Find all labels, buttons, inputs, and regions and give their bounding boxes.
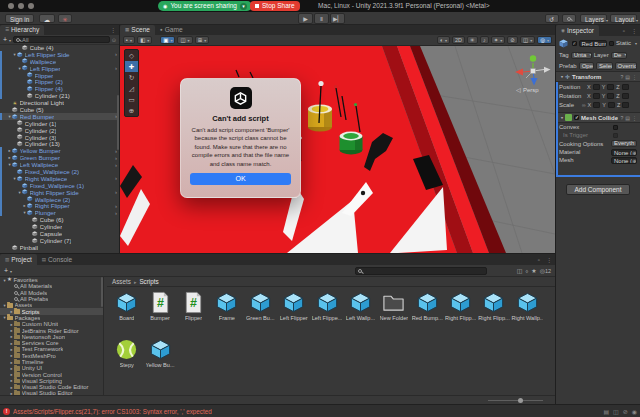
hierarchy-item-cube-6[interactable]: Cube (6)	[0, 216, 119, 223]
help-icon[interactable]: ?	[620, 115, 623, 121]
rotation-z-field[interactable]	[622, 93, 629, 99]
hierarchy-item-cylinder-7[interactable]: Cylinder (7)	[0, 237, 119, 244]
prefab-open-arrow-icon[interactable]: ›	[115, 162, 119, 168]
scale-tool[interactable]: ◿	[125, 83, 138, 94]
hierarchy-item-plunger[interactable]: ▾Plunger›	[0, 209, 119, 216]
rotation-x-field[interactable]	[593, 93, 600, 99]
hierarchy-item-cylinder-21[interactable]: Cylinder (21)	[0, 92, 119, 99]
lock-icon[interactable]: ▫	[535, 255, 543, 265]
prefab-open-arrow-icon[interactable]: ›	[115, 189, 119, 195]
hierarchy-item-left-wallpiece[interactable]: ▾Left Wallpiece›	[0, 161, 119, 168]
camera-settings-dropdown[interactable]: ◫▾	[520, 36, 535, 44]
search-by-label-icon[interactable]: ⬨	[526, 267, 529, 275]
hierarchy-item-cylinder-1[interactable]: Cylinder (1)	[0, 120, 119, 127]
hierarchy-item-flipper[interactable]: Flipper	[0, 72, 119, 79]
convex-checkbox[interactable]	[613, 125, 618, 130]
hierarchy-item-left-flipper[interactable]: ▾Left Flipper›	[0, 65, 119, 72]
breadcrumb-root[interactable]: Assets	[112, 278, 131, 285]
hierarchy-item-cube-4[interactable]: Cube (4)	[0, 44, 119, 51]
hierarchy-search-input[interactable]: All	[13, 36, 110, 43]
hierarchy-item-capsule[interactable]: Capsule	[0, 230, 119, 237]
tab-game[interactable]: ● Game	[155, 25, 188, 35]
tool-handle-rotation-dropdown[interactable]: ◧▾	[137, 36, 152, 44]
scene-audio-toggle[interactable]: ♪	[480, 36, 489, 44]
search-everywhere-icon[interactable]	[562, 14, 576, 23]
hierarchy-item-right-flipper[interactable]: ▸Right Flipper›	[0, 202, 119, 209]
search-by-type-icon[interactable]: ◫	[517, 267, 523, 275]
hierarchy-item-left-flipper-side[interactable]: ▾Left Flipper Side›	[0, 51, 119, 58]
play-button[interactable]: ▶	[298, 13, 313, 24]
gizmos-dropdown[interactable]: ◎▾	[537, 36, 552, 44]
mesh-collider-component-header[interactable]: ▾ ✓ Mesh Collide ?▤⋮	[556, 112, 640, 123]
icon-size-slider[interactable]	[488, 400, 543, 401]
hierarchy-item-cylinder-13[interactable]: Cylinder (13)	[0, 140, 119, 147]
hand-tool[interactable]: ◇	[125, 50, 138, 61]
slider-thumb[interactable]	[518, 398, 523, 403]
kebab-icon[interactable]: ⋮	[632, 74, 637, 80]
lock-icon[interactable]: ▫	[620, 26, 628, 36]
panel-menu-icon[interactable]: ⋮	[628, 26, 640, 36]
shading-mode-dropdown[interactable]: ◐▾	[437, 36, 450, 44]
hierarchy-item-cylinder[interactable]: Cylinder	[0, 223, 119, 230]
position-y-field[interactable]	[607, 84, 614, 90]
object-picker-icon[interactable]: ◉	[632, 150, 637, 155]
asset-left-wallp[interactable]: Left Wallp...	[344, 288, 377, 335]
prefab-select-button[interactable]: Select	[596, 62, 613, 70]
hierarchy-item-cylinder-3[interactable]: Cylinder (3)	[0, 134, 119, 141]
grid-visibility-dropdown[interactable]: ⊞▾	[195, 36, 210, 44]
screen-sharing-banner[interactable]: ◉ You are screen sharing ▾	[158, 1, 252, 11]
hierarchy-item-flipper-4[interactable]: Flipper (4)	[0, 85, 119, 92]
tab-console[interactable]: ▤ Console	[37, 254, 77, 265]
asset-left-flipper[interactable]: Left Flipper	[277, 288, 310, 335]
scene-canvas-area[interactable]: ◁ Persp ◇ ✚ ↻ ◿ ▭ ⊕ Can't add	[120, 46, 555, 253]
collab-account-icon[interactable]: ✳	[58, 14, 72, 23]
hierarchy-item-yellow-bumper[interactable]: ▸Yellow Bumper›	[0, 147, 119, 154]
create-object-button[interactable]: +▾	[3, 35, 11, 45]
minimize-window-icon[interactable]	[18, 3, 24, 9]
sign-in-button[interactable]: Sign in	[5, 14, 34, 23]
asset-board[interactable]: Board	[110, 288, 143, 335]
ok-button[interactable]: OK	[190, 173, 291, 185]
tag-dropdown[interactable]: Unta▾	[571, 52, 592, 59]
prefab-open-arrow-icon[interactable]: ›	[115, 65, 119, 71]
transform-tool[interactable]: ⊕	[125, 105, 138, 116]
object-picker-icon[interactable]: ◉	[632, 158, 637, 163]
layout-dropdown[interactable]: Layout▾	[610, 14, 637, 23]
console-status-icon[interactable]: ◉	[632, 408, 637, 415]
project-tree-scrollbar[interactable]	[101, 277, 103, 307]
rotate-tool[interactable]: ↻	[125, 72, 138, 83]
undo-history-icon[interactable]: ↺	[545, 14, 559, 23]
prefab-open-button[interactable]: Open	[579, 62, 594, 70]
asset-right-flipp[interactable]: Right Flipp...	[444, 288, 477, 335]
asset-left-flippe[interactable]: Left Flippe...	[310, 288, 343, 335]
link-scale-icon[interactable]: ∞	[582, 102, 586, 108]
asset-yellow-bu[interactable]: Yellow Bu...	[143, 335, 176, 382]
2d-toggle[interactable]: 2D	[452, 36, 465, 44]
scale-z-field[interactable]	[622, 102, 629, 108]
hierarchy-item-wallpiece[interactable]: Wallpiece	[0, 58, 119, 65]
save-search-icon[interactable]: ★	[531, 267, 536, 275]
hierarchy-item-fixed-wallpiece-2[interactable]: Fixed_Wallpiece (2)	[0, 168, 119, 175]
prefab-overrides-button[interactable]: Overrides	[615, 62, 637, 70]
step-button[interactable]: ▶▏	[330, 13, 345, 24]
chevron-down-icon[interactable]: ▾	[240, 3, 247, 10]
close-window-icon[interactable]	[8, 3, 14, 9]
foldout-icon[interactable]: ▾	[561, 115, 563, 120]
active-checkbox[interactable]: ✓	[572, 41, 577, 46]
asset-green-bu[interactable]: Green Bu...	[244, 288, 277, 335]
help-icon[interactable]: ?	[620, 74, 623, 80]
scene-lighting-toggle[interactable]: ☀	[467, 36, 478, 44]
status-bar[interactable]: ! Assets/Scripts/Flipper.cs(21,7): error…	[0, 404, 640, 417]
scene-effects-dropdown[interactable]: ✦▾	[491, 36, 506, 44]
static-dropdown-icon[interactable]: ▾	[635, 41, 637, 46]
prefab-open-arrow-icon[interactable]: ›	[115, 175, 119, 181]
asset-red-bump[interactable]: Red Bump...	[411, 288, 444, 335]
tab-inspector[interactable]: ◉ Inspector	[556, 25, 599, 36]
create-asset-button[interactable]: +▾	[4, 267, 12, 274]
hierarchy-scrollbar[interactable]	[117, 95, 119, 150]
project-search-input[interactable]	[355, 267, 487, 275]
hierarchy-item-cylinder-2[interactable]: Cylinder (2)	[0, 127, 119, 134]
prefab-open-arrow-icon[interactable]: ›	[115, 203, 119, 209]
rect-tool[interactable]: ▭	[125, 94, 138, 105]
layers-dropdown[interactable]: Layers▾	[580, 14, 607, 23]
